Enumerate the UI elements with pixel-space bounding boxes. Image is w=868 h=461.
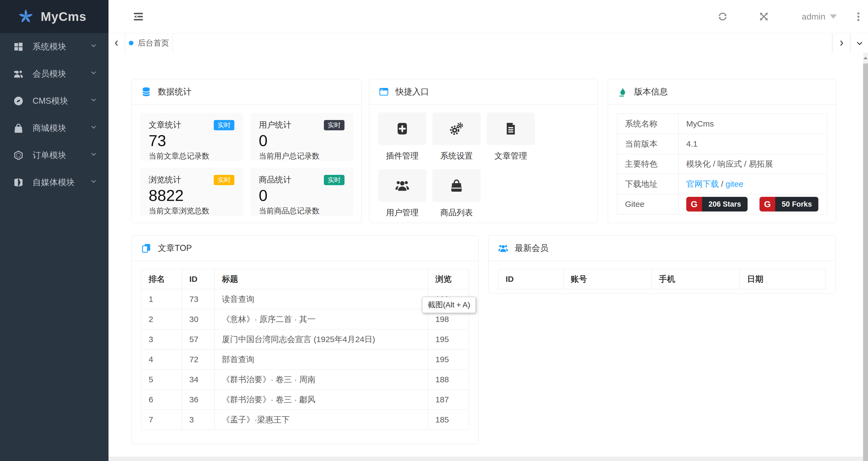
table-header-row: ID 账号 手机 日期 bbox=[498, 269, 826, 289]
cell-id: 73 bbox=[182, 289, 215, 309]
more-menu-icon[interactable] bbox=[856, 11, 861, 23]
gitee-forks-label: 50 Forks bbox=[775, 197, 818, 211]
quick-link-articles[interactable]: 文章管理 bbox=[487, 112, 535, 162]
main-content: 数据统计 文章统计 实时 73 当前文章总记录数 用户统计 实时 0 当前用户总… bbox=[108, 53, 863, 457]
quick-grid: 插件管理 系统设置 bbox=[369, 105, 597, 233]
stat-tile-users: 用户统计 实时 0 当前用户总记录数 bbox=[250, 113, 353, 161]
shopping-bag-icon bbox=[13, 123, 24, 134]
column-header: 日期 bbox=[740, 269, 826, 289]
cell-rank: 5 bbox=[141, 370, 182, 390]
chevron-down-icon bbox=[90, 177, 98, 188]
stat-tile-views: 浏览统计 实时 8822 当前文章浏览总数 bbox=[140, 168, 243, 215]
tab-home[interactable]: 后台首页 bbox=[125, 33, 173, 53]
tabs-menu-button[interactable] bbox=[851, 33, 868, 53]
user-menu[interactable]: admin bbox=[802, 12, 837, 22]
card-title: 数据统计 bbox=[158, 86, 191, 97]
table-row: 4 72 部首查询 195 bbox=[141, 349, 469, 370]
sidebar-item-members[interactable]: 会员模块 bbox=[0, 60, 108, 87]
vertical-scrollbar[interactable] bbox=[863, 53, 868, 461]
quick-link-label: 用户管理 bbox=[386, 207, 418, 218]
fullscreen-icon[interactable] bbox=[758, 11, 769, 22]
column-header: 排名 bbox=[141, 269, 182, 289]
cell-views: 185 bbox=[428, 410, 469, 430]
quick-link-settings[interactable]: 系统设置 bbox=[432, 112, 480, 162]
cell-rank: 3 bbox=[141, 329, 182, 349]
table-row: 系统名称 MyCms bbox=[617, 114, 827, 134]
card-header: 最新会员 bbox=[489, 236, 835, 261]
quick-link-goods[interactable]: 商品列表 bbox=[432, 169, 480, 218]
scrollbar-thumb[interactable] bbox=[863, 63, 868, 461]
chevron-down-icon bbox=[90, 69, 98, 79]
version-key: 主要特色 bbox=[617, 154, 678, 174]
users-icon bbox=[13, 68, 24, 79]
tabs-scroll-left-button[interactable] bbox=[108, 33, 125, 53]
sidebar-item-label: 商城模块 bbox=[33, 122, 81, 134]
status-badge: 实时 bbox=[214, 120, 235, 130]
refresh-icon[interactable] bbox=[717, 11, 728, 22]
app-logo[interactable]: MyCms bbox=[0, 0, 108, 33]
quick-link-plugins[interactable]: 插件管理 bbox=[378, 112, 426, 162]
header-actions: admin bbox=[717, 11, 861, 23]
chevron-down-icon bbox=[90, 96, 98, 106]
version-table: 系统名称 MyCms 当前版本 4.1 主要特色 模块化 / 响应式 / 易拓展… bbox=[617, 114, 827, 214]
stat-caption: 当前商品总记录数 bbox=[259, 206, 344, 216]
members-table-wrap: ID 账号 手机 日期 bbox=[489, 261, 835, 297]
gitee-stars-badge[interactable]: G 206 Stars bbox=[686, 197, 748, 211]
sidebar-item-label: 系统模块 bbox=[33, 41, 81, 52]
gitee-link[interactable]: gitee bbox=[725, 179, 743, 189]
cell-title: 部首查询 bbox=[215, 349, 428, 370]
tabs-scroll-right-button[interactable] bbox=[833, 33, 850, 53]
column-header: ID bbox=[182, 269, 215, 289]
table-row: 当前版本 4.1 bbox=[617, 134, 827, 154]
sidebar-menu: 系统模块 会员模块 CMS模块 bbox=[0, 33, 108, 196]
stat-tile-goods: 商品统计 实时 0 当前商品总记录数 bbox=[250, 168, 353, 215]
sidebar-item-cms[interactable]: CMS模块 bbox=[0, 87, 108, 115]
table-row: 1 73 读音查询 199 bbox=[141, 289, 469, 309]
pinwheel-logo-icon bbox=[18, 9, 34, 24]
users-icon bbox=[378, 169, 426, 202]
cell-rank: 4 bbox=[141, 349, 182, 370]
sidebar-item-label: 订单模块 bbox=[33, 150, 81, 161]
gitee-logo-icon: G bbox=[686, 197, 702, 211]
version-value: MyCms bbox=[678, 114, 827, 134]
sidebar-item-system[interactable]: 系统模块 bbox=[0, 33, 108, 60]
table-row: 主要特色 模块化 / 响应式 / 易拓展 bbox=[617, 154, 827, 174]
disc-icon bbox=[13, 95, 24, 107]
gitee-forks-badge[interactable]: G 50 Forks bbox=[760, 197, 818, 211]
collapse-menu-icon[interactable] bbox=[132, 10, 144, 23]
table-header-row: 排名 ID 标题 浏览 bbox=[141, 269, 469, 289]
quick-link-label: 文章管理 bbox=[495, 150, 527, 162]
stat-value: 0 bbox=[259, 132, 344, 150]
cell-id: 30 bbox=[182, 309, 215, 329]
table-row: 2 30 《意林》· 原序二首 · 其一 198 bbox=[141, 309, 469, 329]
official-download-link[interactable]: 官网下载 bbox=[686, 179, 719, 189]
status-badge: 实时 bbox=[214, 175, 235, 185]
card-latest-members: 最新会员 ID 账号 手机 日期 bbox=[488, 235, 836, 294]
cell-id: 57 bbox=[182, 329, 215, 349]
gitee-logo-icon: G bbox=[760, 197, 775, 211]
cell-views: 195 bbox=[428, 329, 469, 349]
tab-strip-empty bbox=[173, 33, 832, 53]
file-text-icon bbox=[487, 112, 535, 145]
stat-caption: 当前用户总记录数 bbox=[259, 151, 344, 161]
scrollbar-up-arrow[interactable] bbox=[863, 53, 868, 63]
cell-rank: 2 bbox=[141, 309, 182, 329]
table-row: 下载地址 官网下载 / gitee bbox=[617, 174, 827, 194]
card-version-info: 版本信息 系统名称 MyCms 当前版本 4.1 主要特色 模块化 / 响应式 … bbox=[608, 79, 837, 223]
window-icon bbox=[379, 87, 389, 97]
stat-label: 文章统计 bbox=[149, 119, 181, 131]
username: admin bbox=[802, 12, 826, 22]
version-value: 模块化 / 响应式 / 易拓展 bbox=[678, 154, 827, 174]
quick-link-users[interactable]: 用户管理 bbox=[378, 169, 426, 218]
copy-icon bbox=[141, 243, 151, 253]
sidebar-item-shop[interactable]: 商城模块 bbox=[0, 115, 108, 142]
card-title: 版本信息 bbox=[634, 86, 668, 97]
tab-label: 后台首页 bbox=[138, 38, 169, 49]
sidebar-item-media[interactable]: 自媒体模块 bbox=[0, 169, 108, 196]
sidebar-item-orders[interactable]: 订单模块 bbox=[0, 142, 108, 169]
plus-square-icon bbox=[378, 112, 426, 145]
chevron-down-icon bbox=[90, 41, 98, 52]
stat-value: 73 bbox=[149, 132, 235, 150]
cell-title: 《群书治要》· 卷三 · 周南 bbox=[215, 370, 428, 390]
card-header: 文章TOP bbox=[132, 236, 478, 261]
